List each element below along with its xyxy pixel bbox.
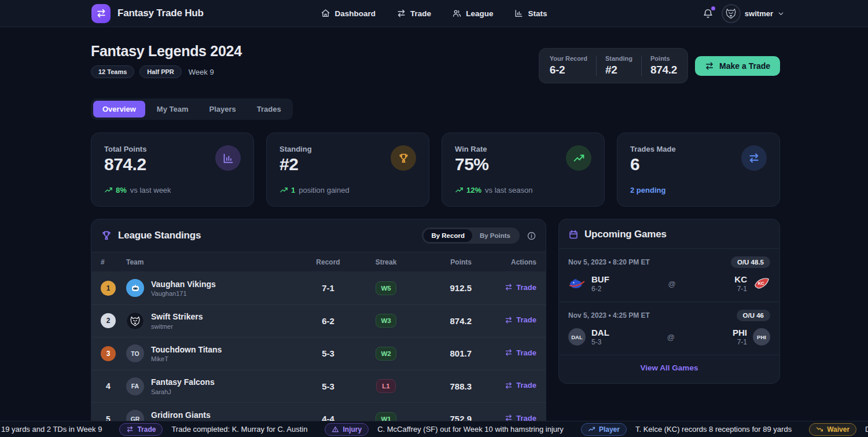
record-value: 5-3 [300, 348, 356, 358]
record-summary-card: Your Record 6-2 Standing #2 Points 874.2 [539, 48, 688, 83]
league-standings-panel: League Standings By Record By Points # T… [91, 219, 546, 436]
trending-down-icon [816, 425, 823, 433]
table-row[interactable]: 1 Vaughan Vikings Vaughan171 7-1 W5 912.… [91, 272, 546, 305]
trophy-icon [101, 230, 112, 241]
trending-up-icon [455, 186, 464, 194]
toggle-by-record[interactable]: By Record [424, 229, 472, 242]
away-team-record: 6-2 [591, 285, 609, 293]
game-card[interactable]: Nov 5, 2023 • 4:25 PM ET O/U 46 DAL DAL … [559, 302, 779, 355]
games-title: Upcoming Games [584, 229, 667, 240]
swap-icon [705, 61, 714, 71]
game-date: Nov 5, 2023 • 4:25 PM ET [568, 311, 650, 320]
at-symbol: @ [668, 280, 675, 288]
tab-overview[interactable]: Overview [93, 101, 145, 117]
ticker-text: 19 yards and 2 TDs in Week 9 [1, 425, 102, 434]
bills-logo [568, 275, 586, 292]
points-value: 801.7 [416, 348, 472, 358]
table-row[interactable]: 3 TO Touchdown Titans MikeT 5-3 W2 801.7… [91, 337, 546, 370]
team-name: Fantasy Falcons [151, 377, 215, 388]
team-name: Vaughan Vikings [151, 280, 216, 290]
trade-button[interactable]: Trade [505, 283, 536, 292]
summary-value-record: 6-2 [550, 64, 587, 76]
chevron-down-icon [777, 10, 785, 17]
summary-label: Standing [605, 55, 632, 62]
nav-item-label: Stats [528, 9, 547, 18]
nav-item-dashboard[interactable]: Dashboard [321, 9, 376, 18]
trade-button[interactable]: Trade [505, 315, 536, 324]
calendar-icon [568, 229, 579, 240]
tab-trades[interactable]: Trades [248, 101, 290, 117]
standings-title: League Standings [118, 230, 201, 241]
team-owner: SarahJ [151, 388, 215, 395]
username: switmer [745, 9, 773, 18]
notifications-button[interactable] [703, 8, 713, 19]
brand[interactable]: Fantasy Trade Hub [91, 4, 204, 23]
nav-item-league[interactable]: League [452, 9, 493, 18]
table-row[interactable]: 4 FA Fantasy Falcons SarahJ 5-3 L1 788.3… [91, 370, 546, 403]
table-row[interactable]: 2 Swift Strikers switmer 6-2 W3 874.2 Tr… [91, 305, 546, 338]
tab-my-team[interactable]: My Team [148, 101, 198, 117]
swap-icon [741, 145, 767, 171]
make-a-trade-button[interactable]: Make a Trade [695, 56, 780, 76]
top-nav: Fantasy Trade Hub Dashboard Trade League… [0, 0, 868, 27]
trophy-icon [391, 145, 416, 171]
cta-label: Make a Trade [719, 61, 770, 71]
stat-delta: 12% [466, 186, 481, 194]
team-name: Touchdown Titans [151, 345, 222, 355]
sort-toggle: By Record By Points [422, 227, 520, 244]
stat-note: vs last week [130, 186, 171, 194]
trade-button[interactable]: Trade [505, 381, 536, 390]
team-owner: switmer [151, 323, 203, 330]
bar-chart-icon [514, 9, 523, 18]
swap-icon [505, 348, 513, 357]
tab-players[interactable]: Players [200, 101, 245, 117]
streak-badge: W2 [376, 347, 396, 361]
injury-badge: Injury [325, 423, 369, 436]
app-logo-swap-icon [91, 4, 111, 23]
team-abbr-avatar: PHI [753, 328, 770, 346]
away-team-abbr: BUF [591, 274, 609, 284]
summary-value-points: 874.2 [650, 64, 677, 76]
game-card[interactable]: Nov 5, 2023 • 8:20 PM ET O/U 48.5 BUF 6-… [559, 249, 779, 302]
team-abbr-avatar: DAL [568, 328, 586, 346]
nav-item-label: Trade [410, 9, 431, 18]
main-nav: Dashboard Trade League Stats [321, 0, 547, 27]
teams-badge: 12 Teams [91, 65, 134, 78]
toggle-by-points[interactable]: By Points [472, 229, 518, 242]
app-title: Fantasy Trade Hub [117, 8, 204, 19]
stat-note: position gained [299, 186, 349, 194]
swap-icon [126, 425, 134, 433]
over-under-badge: O/U 48.5 [731, 256, 770, 268]
info-icon[interactable] [527, 231, 536, 241]
streak-badge: L1 [376, 379, 396, 393]
col-points: Points [416, 258, 472, 266]
view-all-games-link[interactable]: View All Games [559, 355, 779, 380]
robot-avatar [126, 279, 144, 297]
pending-trades-link[interactable]: 2 pending [630, 186, 665, 194]
stat-delta: 1 [291, 186, 295, 194]
standings-header-row: # Team Record Streak Points Actions [91, 252, 546, 272]
nav-right: switmer [703, 4, 854, 23]
col-rank: # [101, 258, 126, 266]
stat-card-standing: Standing #2 1 position gained [266, 133, 429, 207]
points-value: 788.3 [416, 381, 472, 391]
player-badge: Player [581, 423, 627, 436]
team-owner: Vaughan171 [151, 290, 216, 297]
stat-card-trades-made: Trades Made 6 2 pending [617, 133, 780, 207]
user-menu[interactable]: switmer [722, 4, 785, 23]
points-value: 874.2 [416, 316, 472, 326]
streak-badge: W3 [376, 314, 396, 328]
news-ticker[interactable]: 19 yards and 2 TDs in Week 9 Trade Trade… [0, 421, 868, 437]
home-team-record: 7-1 [733, 338, 747, 346]
users-icon [452, 9, 461, 18]
nav-item-trade[interactable]: Trade [396, 9, 431, 18]
nav-item-stats[interactable]: Stats [514, 9, 547, 18]
rank-badge: 2 [101, 313, 116, 328]
swap-icon [396, 9, 406, 18]
col-team: Team [126, 258, 300, 266]
wolf-mascot-avatar [126, 312, 144, 330]
trade-button[interactable]: Trade [505, 348, 536, 357]
away-team-record: 5-3 [591, 338, 609, 346]
ticker-text: T. Kelce (KC) records 8 receptions for 8… [635, 425, 792, 434]
stat-note: vs last season [485, 186, 532, 194]
